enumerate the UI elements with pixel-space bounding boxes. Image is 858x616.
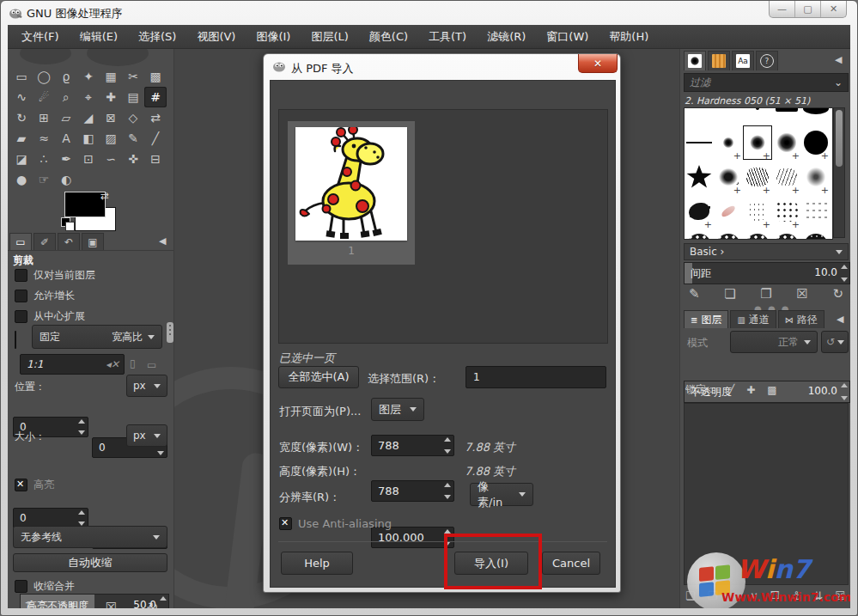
tool-scale[interactable]: ⊞ <box>33 107 55 128</box>
shrink-merged-checkbox-row[interactable]: 收缩合并 <box>15 579 75 594</box>
delete-brush-button[interactable]: ☒ <box>796 286 807 302</box>
tool-unified-transform[interactable]: ⊠ <box>100 107 122 128</box>
menu-item[interactable]: 编辑(E) <box>71 27 126 47</box>
brush-spacing-slider[interactable]: 间距 10.0 <box>684 262 850 284</box>
checkbox-row-expand-center[interactable]: 从中心扩展 <box>15 309 85 324</box>
brush-sponge-1[interactable] <box>685 229 714 240</box>
merge-layer-button[interactable]: ⇊ <box>813 589 823 602</box>
tool-zoom[interactable]: ⌕ <box>55 87 77 107</box>
menu-item[interactable]: 窗口(W) <box>538 27 597 47</box>
tool-perspective[interactable]: ◢ <box>77 107 100 128</box>
new-layer-button[interactable]: ❏ <box>685 589 696 602</box>
foreground-color-swatch[interactable] <box>64 192 106 217</box>
brush-acrylic-4[interactable] <box>801 160 831 194</box>
spin-up-icon[interactable] <box>444 437 451 442</box>
brush-acrylic-1[interactable] <box>714 160 743 194</box>
spin-up-icon[interactable] <box>841 383 848 387</box>
swap-colors-icon[interactable]: ⇄ <box>100 190 109 202</box>
tab-tool-options[interactable]: ▭ <box>9 233 32 251</box>
raise-layer-button[interactable]: ∧ <box>730 589 739 602</box>
default-colors-icon[interactable] <box>61 217 73 229</box>
tool-smudge[interactable]: ∽ <box>100 149 122 169</box>
tool-blur[interactable]: ● <box>10 169 33 190</box>
maximize-button[interactable]: ▢ <box>795 1 821 17</box>
spin-down-icon[interactable] <box>841 278 848 282</box>
spin-up-icon[interactable] <box>78 419 85 424</box>
brush-sparse-dots[interactable] <box>801 194 831 229</box>
duplicate-layer-button[interactable]: ⧠ <box>770 589 779 602</box>
spin-up-icon[interactable] <box>160 596 167 601</box>
brush-acrylic-2[interactable] <box>743 160 772 194</box>
brush-grid-scrollbar[interactable] <box>833 107 845 238</box>
tool-scissors-select[interactable]: ✂ <box>122 66 144 87</box>
new-brush-button[interactable]: ❏ <box>724 286 735 302</box>
tool-crop[interactable]: # <box>144 87 167 107</box>
select-all-button[interactable]: 全部选中(A) <box>278 366 359 388</box>
brush-pixel[interactable] <box>743 107 772 125</box>
guides-dropdown[interactable]: 无参考线 <box>13 526 167 548</box>
tool-flip[interactable]: ⇄ <box>144 107 167 128</box>
right-dock-collapse-icon[interactable]: ◀ <box>835 54 842 65</box>
resolution-unit-dropdown[interactable]: 像素/in <box>470 483 533 506</box>
fixed-combo[interactable]: 固定 宽高比 <box>32 325 162 349</box>
lock-position-icon[interactable]: ✚ <box>746 384 755 396</box>
tool-color-picker[interactable]: ☄ <box>33 87 55 107</box>
brush-sponge-4[interactable] <box>772 229 801 240</box>
tool-select-by-color[interactable]: ▦ <box>100 66 122 87</box>
menu-item[interactable]: 图层(L) <box>302 27 356 47</box>
checkbox-row-current-layer[interactable]: 仅对当前图层 <box>15 268 95 283</box>
brush-sponge-5[interactable] <box>801 229 831 240</box>
tool-dodge[interactable]: ◐ <box>55 169 77 190</box>
brush-filter-input[interactable]: 过滤 ⌄ <box>684 73 849 92</box>
tool-shear[interactable]: ▱ <box>55 107 77 128</box>
brush-hardness-075[interactable] <box>772 125 801 160</box>
brush-hardness-100[interactable] <box>801 125 831 160</box>
tool-eraser[interactable]: ◪ <box>10 149 33 169</box>
tool-gradient[interactable]: ▨ <box>100 128 122 149</box>
tool-ellipse-select[interactable]: ◯ <box>33 66 55 87</box>
cancel-button[interactable]: Cancel <box>542 552 600 575</box>
spin-down-icon[interactable] <box>841 396 848 400</box>
size-unit-dropdown[interactable]: px <box>126 424 167 447</box>
checkbox[interactable] <box>15 290 27 302</box>
tab-channels[interactable]: ▥通道 <box>730 310 776 328</box>
tool-bucket-fill[interactable]: ◧ <box>77 128 100 149</box>
refresh-brushes-button[interactable]: ↻ <box>832 286 843 302</box>
close-button[interactable]: ✕ <box>821 1 846 17</box>
width-spinner[interactable]: 788 <box>371 435 454 456</box>
menu-item[interactable]: 视图(V) <box>188 27 244 47</box>
fixed-checkbox[interactable] <box>15 331 16 349</box>
brush-acrylic-3[interactable] <box>772 160 801 194</box>
delete-layer-button[interactable]: ☒ <box>835 589 845 602</box>
menu-item[interactable]: 选择(S) <box>130 27 185 47</box>
tool-fuzzy-select[interactable]: ✦ <box>77 66 100 87</box>
tool-dodge-burn[interactable]: ☞ <box>33 169 55 190</box>
tool-foreground-select[interactable]: ▩ <box>144 66 167 87</box>
layers-list[interactable] <box>684 403 849 585</box>
scrollbar-thumb[interactable] <box>836 110 843 167</box>
brush-block[interactable] <box>772 107 801 125</box>
open-as-dropdown[interactable]: 图层 <box>371 398 424 421</box>
range-input[interactable]: 1 <box>466 366 606 388</box>
menu-item[interactable]: 颜色(C) <box>361 27 417 47</box>
lock-alpha-icon[interactable]: ▩ <box>767 384 776 396</box>
tool-text[interactable]: A <box>55 128 77 149</box>
tool-ink[interactable]: ✒ <box>55 149 77 169</box>
tab-help[interactable]: ? <box>756 51 778 70</box>
tool-3d-transform[interactable]: ◇ <box>122 107 144 128</box>
tool-measure[interactable]: ⌖ <box>77 87 100 107</box>
spin-down-icon[interactable] <box>444 449 451 454</box>
checkbox[interactable] <box>15 269 27 282</box>
edit-brush-button[interactable]: ✎ <box>689 286 700 302</box>
tool-airbrush[interactable]: ∴ <box>33 149 55 169</box>
antialias-checkbox[interactable] <box>279 517 292 530</box>
tab-images[interactable]: ▣ <box>82 233 104 251</box>
tool-move[interactable]: ✚ <box>100 87 122 107</box>
brush-hardness-025[interactable] <box>714 125 743 160</box>
tool-cage-transform[interactable]: ▰ <box>10 128 33 149</box>
tab-undo-history[interactable]: ↶ <box>58 233 80 251</box>
tab-paths[interactable]: ⋈路径 <box>778 310 825 328</box>
dialog-close-button[interactable]: ✕ <box>578 54 618 73</box>
tool-heal[interactable]: ✜ <box>122 149 144 169</box>
mode-group-button[interactable]: ↺ <box>821 331 849 353</box>
